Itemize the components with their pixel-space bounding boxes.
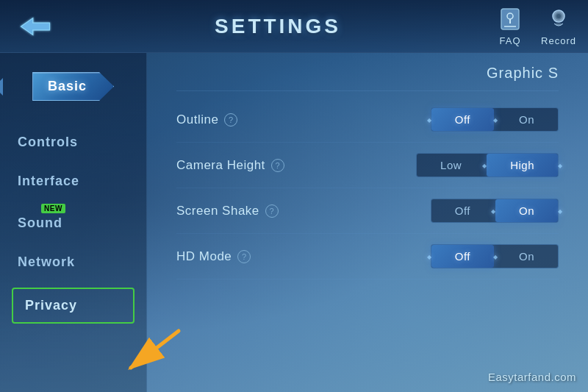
outline-label-group: Outline ? (176, 113, 431, 127)
outline-setting-row: Outline ? Off On (176, 97, 559, 143)
new-badge: NEW (41, 204, 65, 213)
camera-help-btn[interactable]: ? (271, 159, 284, 172)
record-icon (545, 6, 572, 32)
hd-mode-label-group: HD Mode ? (176, 249, 431, 264)
record-action[interactable]: Record (541, 6, 576, 46)
interface-label: Interface (18, 174, 79, 188)
faq-icon (497, 6, 523, 32)
screen-shake-help-btn[interactable]: ? (265, 204, 279, 218)
screen-shake-toggle-group: Off On (431, 199, 559, 223)
watermark: Easytarfand.com (488, 371, 576, 383)
faq-label: FAQ (500, 35, 521, 46)
hd-mode-toggle-group: Off On (431, 244, 559, 268)
sidebar-item-sound[interactable]: NEW Sound (0, 201, 146, 243)
hd-on-btn[interactable]: On (495, 245, 558, 268)
orange-arrow (116, 327, 182, 379)
screen-shake-label: Screen Shake (176, 204, 259, 218)
content-area: Graphic S Outline ? Off On Camera Heig (147, 53, 588, 392)
camera-height-setting-row: Camera Height ? Low High (176, 143, 559, 188)
section-title: Graphic S (176, 53, 559, 91)
hd-mode-label: HD Mode (176, 249, 232, 264)
sidebar-item-interface[interactable]: Interface (0, 162, 146, 201)
hd-off-btn[interactable]: Off (431, 245, 494, 268)
camera-height-label-group: Camera Height ? (176, 158, 416, 173)
tab-arrow (0, 78, 3, 96)
screen-shake-off-btn[interactable]: Off (431, 199, 494, 222)
outline-label: Outline (176, 113, 218, 127)
outline-off-btn[interactable]: Off (431, 108, 494, 131)
basic-tab-shape: Basic (32, 72, 114, 101)
controls-label: Controls (18, 135, 78, 149)
sidebar-item-network[interactable]: Network (0, 243, 146, 282)
sidebar-item-controls[interactable]: Controls (0, 123, 146, 162)
camera-high-btn[interactable]: High (487, 154, 558, 177)
screen-shake-setting-row: Screen Shake ? Off On (176, 188, 559, 234)
header: SETTINGS FAQ Reco (0, 0, 588, 53)
page-title: SETTINGS (59, 15, 497, 38)
outline-toggle-group: Off On (431, 107, 559, 132)
camera-height-toggle-group: Low High (416, 153, 559, 177)
svg-point-6 (556, 14, 561, 18)
screen-shake-on-btn[interactable]: On (495, 199, 558, 222)
sidebar-tab-basic[interactable]: Basic (0, 65, 146, 108)
hd-help-btn[interactable]: ? (237, 250, 251, 263)
outline-on-btn[interactable]: On (495, 108, 558, 131)
outline-help-btn[interactable]: ? (224, 113, 237, 126)
svg-line-8 (131, 331, 179, 368)
main-layout: Basic Controls Interface NEW Sound Netwo… (0, 53, 588, 392)
faq-action[interactable]: FAQ (497, 6, 523, 46)
camera-low-btn[interactable]: Low (417, 154, 485, 177)
hd-mode-setting-row: HD Mode ? Off On (176, 234, 559, 279)
basic-tab-label: Basic (48, 79, 87, 93)
header-actions: FAQ Record (497, 6, 576, 46)
screen-shake-label-group: Screen Shake ? (176, 204, 431, 218)
sound-label: Sound (18, 215, 62, 230)
record-label: Record (541, 35, 576, 46)
sidebar-item-privacy[interactable]: Privacy (12, 288, 135, 324)
camera-height-label: Camera Height (176, 158, 265, 173)
network-label: Network (18, 254, 75, 269)
back-button[interactable] (12, 8, 59, 45)
privacy-label: Privacy (25, 298, 77, 313)
